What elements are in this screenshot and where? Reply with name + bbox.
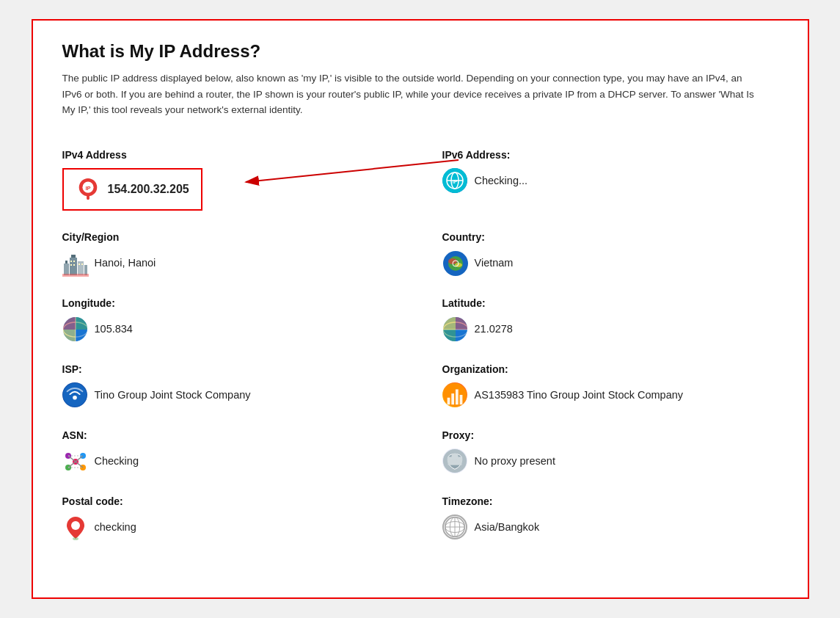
ipv4-value-row: IP 154.200.32.205 <box>76 177 189 202</box>
svg-line-47 <box>68 456 76 462</box>
proxy-value-row: No proxy present <box>442 448 778 473</box>
asn-value: Checking <box>95 455 139 467</box>
svg-rect-15 <box>78 261 84 275</box>
timezone-value-row: Asia/Bangkok <box>442 515 778 539</box>
svg-line-50 <box>76 462 83 468</box>
svg-rect-38 <box>447 398 450 404</box>
postal-value-row: checking <box>62 515 420 539</box>
timezone-value: Asia/Bangkok <box>475 521 540 533</box>
proxy-section: Proxy: No proxy present <box>420 419 778 485</box>
timezone-section: Timezone: Asia/Bangkok <box>420 485 778 551</box>
proxy-value: No proxy present <box>475 455 555 467</box>
org-value-row: AS135983 Tino Group Joint Stock Company <box>442 382 778 407</box>
info-grid: IPv4 Address IP 154.200.32.205 <box>62 139 778 551</box>
svg-rect-19 <box>70 264 72 266</box>
timezone-icon <box>442 515 467 539</box>
isp-label: ISP: <box>62 363 420 375</box>
ipv6-section: IPv6 Address: IP Checking... <box>420 139 778 221</box>
proxy-label: Proxy: <box>442 429 778 441</box>
svg-rect-39 <box>451 393 454 404</box>
country-icon <box>442 250 467 275</box>
latitude-value-row: 21.0278 <box>442 316 778 341</box>
ipv4-section: IPv4 Address IP 154.200.32.205 <box>62 139 420 221</box>
longitude-value: 105.834 <box>95 323 133 335</box>
svg-text:IP: IP <box>452 179 457 184</box>
longitude-section: Longitude: 105.834 <box>62 287 420 353</box>
isp-icon <box>62 382 87 407</box>
org-value: AS135983 Tino Group Joint Stock Company <box>475 389 684 401</box>
org-label: Organization: <box>442 363 778 375</box>
postal-value: checking <box>95 521 136 533</box>
svg-rect-40 <box>455 389 458 404</box>
city-icon <box>62 250 87 275</box>
country-value-row: Vietnam <box>442 250 778 275</box>
asn-label: ASN: <box>62 429 420 441</box>
latitude-value: 21.0278 <box>475 323 513 335</box>
svg-rect-41 <box>459 395 462 404</box>
svg-line-49 <box>68 462 76 468</box>
svg-point-36 <box>73 396 77 400</box>
svg-rect-18 <box>73 261 75 262</box>
org-section: Organization: AS135983 Tino Group Joint … <box>420 353 778 419</box>
svg-rect-11 <box>64 263 69 275</box>
svg-line-48 <box>76 456 83 462</box>
timezone-label: Timezone: <box>442 495 778 507</box>
postal-icon <box>62 515 87 539</box>
ipv4-value: 154.200.32.205 <box>108 183 189 196</box>
svg-text:IP: IP <box>85 185 90 192</box>
country-label: Country: <box>442 231 778 243</box>
city-value: Hanoi, Hanoi <box>95 257 156 269</box>
longitude-icon <box>62 316 87 341</box>
city-section: City/Region <box>62 221 420 287</box>
svg-rect-20 <box>73 264 75 266</box>
svg-rect-57 <box>448 459 461 465</box>
svg-point-37 <box>442 383 466 407</box>
svg-rect-4 <box>87 194 90 200</box>
svg-rect-13 <box>70 258 77 275</box>
svg-point-59 <box>73 537 78 540</box>
main-container: What is My IP Address? The public IP add… <box>32 19 809 599</box>
page-description: The public IP address displayed below, a… <box>62 70 759 118</box>
svg-rect-17 <box>70 261 72 262</box>
ipv4-icon: IP <box>76 177 101 202</box>
latitude-icon <box>442 316 467 341</box>
ipv4-label: IPv4 Address <box>62 149 420 161</box>
latitude-section: Latitude: 21.0278 <box>420 287 778 353</box>
postal-label: Postal code: <box>62 495 420 507</box>
org-icon <box>442 382 467 407</box>
isp-section: ISP: Tino Group Joint Stock Company <box>62 353 420 419</box>
ipv6-value-row: IP Checking... <box>442 168 778 193</box>
isp-value-row: Tino Group Joint Stock Company <box>62 382 420 407</box>
svg-rect-14 <box>71 255 76 258</box>
isp-value: Tino Group Joint Stock Company <box>95 389 251 401</box>
svg-rect-21 <box>78 263 80 265</box>
ipv6-value: Checking... <box>475 175 528 186</box>
svg-point-35 <box>62 383 86 407</box>
asn-icon <box>62 448 87 473</box>
ipv4-box: IP 154.200.32.205 <box>62 168 202 211</box>
city-label: City/Region <box>62 231 420 243</box>
asn-section: ASN: <box>62 419 420 485</box>
proxy-icon <box>442 448 467 473</box>
ipv6-icon: IP <box>442 168 467 193</box>
latitude-label: Latitude: <box>442 297 778 309</box>
svg-rect-22 <box>81 263 83 265</box>
svg-point-58 <box>71 521 80 530</box>
longitude-value-row: 105.834 <box>62 316 420 341</box>
country-section: Country: Vietnam <box>420 221 778 287</box>
country-value: Vietnam <box>475 257 514 269</box>
svg-rect-23 <box>62 274 89 277</box>
svg-rect-16 <box>84 265 87 275</box>
page-title: What is My IP Address? <box>62 41 778 62</box>
svg-rect-12 <box>65 261 67 263</box>
postal-section: Postal code: checking <box>62 485 420 551</box>
longitude-label: Longitude: <box>62 297 420 309</box>
ipv6-label: IPv6 Address: <box>442 149 778 161</box>
city-value-row: Hanoi, Hanoi <box>62 250 420 275</box>
asn-value-row: Checking <box>62 448 420 473</box>
